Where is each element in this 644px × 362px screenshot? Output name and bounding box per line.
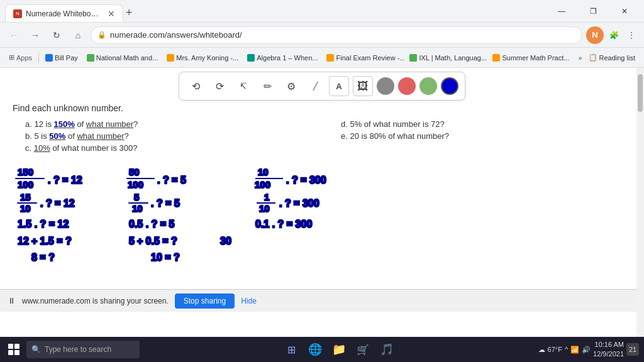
stop-sharing-button[interactable]: Stop sharing (175, 293, 235, 309)
svg-text:10: 10 (20, 203, 31, 214)
tools-button[interactable]: ⚙ (281, 76, 301, 96)
image-tool-button[interactable]: 🖼 (353, 76, 373, 96)
weather-text: ☁ 67°F (538, 346, 562, 354)
color-blue[interactable] (441, 77, 458, 95)
taskbar-apps: ⊞ 🌐 📁 🛒 🎵 (141, 338, 537, 361)
svg-text:100: 100 (255, 179, 270, 190)
problem-d-text: d. 5% of what number is 72? (341, 119, 445, 129)
svg-text:10: 10 (259, 203, 270, 214)
taskbar-app-taskview[interactable]: ⊞ (280, 338, 303, 361)
tab-area: N Numerade Whiteboard ✕ + (5, 0, 547, 22)
bm-label-mrsamy: Mrs. Amy Koning -... (176, 54, 238, 62)
heading-text: Find each unknown number. (13, 103, 123, 113)
forward-button[interactable]: → (26, 26, 44, 44)
bm-favicon-summermath (492, 54, 500, 62)
wifi-icon[interactable]: 📶 (570, 346, 579, 354)
svg-text:100: 100 (18, 179, 33, 190)
start-button[interactable] (3, 338, 25, 361)
speaker-icon[interactable]: 🔊 (582, 346, 591, 354)
bm-favicon-mrsamy (167, 54, 174, 62)
bm-finalexam[interactable]: Final Exam Review -... (323, 53, 404, 63)
svg-text:. ? = 12: . ? = 12 (48, 175, 82, 185)
home-button[interactable]: ⌂ (69, 26, 87, 44)
bookmarks-bar: ⊞ Apps Bill Pay National Math and... Mrs… (0, 48, 644, 68)
settings-icon[interactable]: ⋮ (624, 28, 639, 43)
undo-button[interactable]: ⟲ (186, 76, 206, 96)
tab-close-button[interactable]: ✕ (108, 9, 115, 18)
taskbar: 🔍 Type here to search ⊞ 🌐 📁 🛒 🎵 ☁ 67°F ^… (0, 337, 644, 362)
svg-text:10: 10 (258, 167, 269, 177)
address-bar-icons: N 🧩 ⋮ (586, 26, 639, 44)
svg-text:. ? = 12: . ? = 12 (40, 198, 75, 209)
address-bar: ← → ↻ ⌂ 🔒 numerade.com/answers/whiteboar… (0, 23, 644, 48)
bm-favicon-algebra (247, 54, 255, 62)
maximize-button[interactable]: ❐ (579, 1, 608, 21)
bm-ixl[interactable]: IXL | Math, Languag... (406, 53, 487, 63)
pen-tool-button[interactable]: ✏ (257, 76, 277, 96)
taskbar-app-edge[interactable]: 🌐 (304, 338, 326, 361)
toolbar-inner: ⟲ ⟳ ↸ ✏ ⚙ ╱ A 🖼 (179, 72, 465, 101)
svg-text:100: 100 (128, 179, 143, 190)
network-icon[interactable]: ^ (565, 346, 568, 353)
text-tool-button[interactable]: A (329, 76, 349, 96)
bm-billpay[interactable]: Bill Pay (42, 53, 82, 63)
taskbar-app-explorer[interactable]: 📁 (328, 338, 350, 361)
window-controls: — ❐ ✕ (547, 1, 639, 21)
handwritten-work: 150 100 . ? = 12 15 10 . ? = 12 1.5 . ? … (13, 162, 631, 278)
color-gray[interactable] (377, 77, 394, 95)
taskbar-clock[interactable]: 10:16 AM 12/9/2021 (593, 340, 624, 359)
reload-button[interactable]: ↻ (48, 26, 65, 44)
bm-mrsamy[interactable]: Mrs. Amy Koning -... (163, 53, 242, 63)
taskbar-app-music[interactable]: 🎵 (375, 338, 398, 361)
color-pink[interactable] (398, 77, 416, 95)
problem-c-text: c. 10% of what number is 300? (25, 143, 138, 153)
back-button[interactable]: ← (5, 26, 23, 44)
svg-text:. ? = 5: . ? = 5 (157, 175, 186, 185)
svg-text:50: 50 (129, 167, 140, 177)
svg-text:8 = ?: 8 = ? (31, 252, 55, 263)
redo-button[interactable]: ⟳ (209, 76, 230, 96)
select-tool-button[interactable]: ↸ (233, 76, 253, 96)
close-button[interactable]: ✕ (610, 1, 639, 21)
hide-button[interactable]: Hide (241, 297, 257, 305)
new-tab-button[interactable]: + (123, 4, 135, 22)
problem-e-text: e. 20 is 80% of what number? (341, 131, 449, 141)
notification-badge[interactable]: 21 (626, 343, 639, 356)
problem-a: a. 12 is 150% of what number? (25, 119, 316, 129)
problem-d: d. 5% of what number is 72? (341, 119, 631, 129)
pause-icon: ⏸ (8, 296, 16, 305)
svg-text:. ? = 5: . ? = 5 (151, 198, 180, 209)
url-bar[interactable]: 🔒 numerade.com/answers/whiteboard/ (91, 26, 582, 44)
bm-apps[interactable]: ⊞ Apps (5, 52, 36, 63)
bm-summermath[interactable]: Summer Math Pract... (489, 53, 570, 63)
active-tab[interactable]: N Numerade Whiteboard ✕ (5, 4, 123, 22)
bm-nationmath[interactable]: National Math and... (83, 53, 162, 63)
svg-text:. ? = 300: . ? = 300 (286, 175, 326, 185)
bm-label-ixl: IXL | Math, Languag... (419, 54, 487, 62)
svg-text:30: 30 (220, 236, 231, 246)
grid-icon: ⊞ (9, 53, 14, 62)
taskbar-search-text: Type here to search (45, 345, 111, 354)
reading-list-icon: 📋 (589, 53, 597, 62)
problem-a-rest: of what number? (75, 119, 138, 129)
svg-text:15: 15 (20, 192, 31, 202)
scrollbar-thumb[interactable] (638, 74, 643, 112)
color-green[interactable] (419, 77, 437, 95)
bm-readinglist[interactable]: 📋 Reading list (585, 52, 639, 63)
profile-icon[interactable]: N (586, 26, 604, 44)
bm-more[interactable]: » (578, 54, 582, 62)
bm-favicon-ixl (409, 54, 417, 62)
handwriting-svg: 150 100 . ? = 12 15 10 . ? = 12 1.5 . ? … (13, 162, 631, 278)
taskbar-app-store[interactable]: 🛒 (352, 338, 374, 361)
line-tool-button[interactable]: ╱ (305, 76, 325, 96)
scrollbar[interactable] (636, 68, 644, 337)
url-text: numerade.com/answers/whiteboard/ (110, 30, 575, 40)
svg-text:5: 5 (134, 192, 139, 202)
minimize-button[interactable]: — (547, 1, 576, 21)
bm-algebra[interactable]: Algebra 1 – When... (243, 53, 321, 63)
svg-text:0.5 . ? = 5: 0.5 . ? = 5 (129, 219, 175, 229)
taskbar-search[interactable]: 🔍 Type here to search (26, 341, 140, 358)
problem-b-pct: 50% (49, 131, 65, 141)
extensions-icon[interactable]: 🧩 (606, 28, 621, 43)
tab-favicon: N (13, 9, 22, 18)
